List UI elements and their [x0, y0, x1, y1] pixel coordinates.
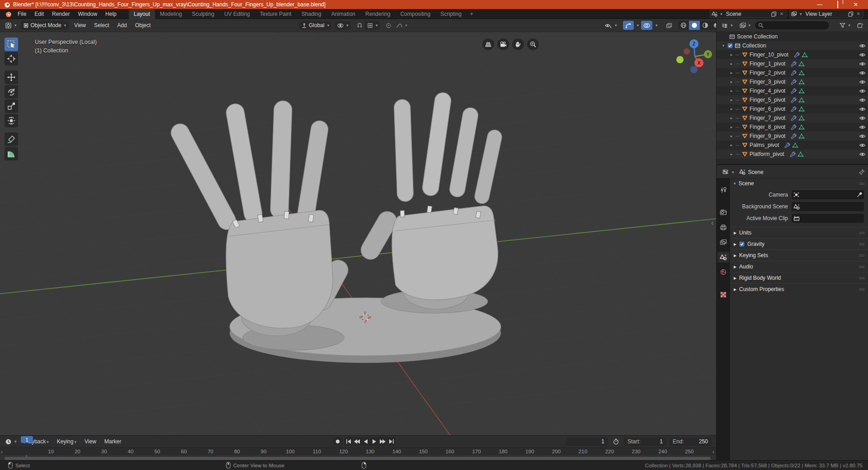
scale-tool[interactable] — [5, 99, 18, 113]
select-box-tool[interactable] — [5, 38, 18, 51]
minimize-button[interactable]: — — [816, 1, 823, 8]
active-movie-clip-field[interactable] — [792, 214, 864, 223]
tab-scripting[interactable]: Scripting — [435, 9, 467, 19]
pivot-point-selector[interactable]: ▾ — [335, 21, 351, 30]
measure-tool[interactable] — [5, 147, 18, 160]
play-reverse-button[interactable] — [361, 437, 370, 446]
play-button[interactable] — [370, 437, 378, 446]
overlays-dropdown[interactable]: ▾ — [652, 21, 660, 30]
outliner-filter-button[interactable]: ▾ — [837, 21, 853, 30]
timeline-scrollbar[interactable] — [5, 457, 711, 460]
eye-icon[interactable] — [859, 134, 866, 139]
scene-name[interactable]: Scene — [724, 11, 769, 17]
current-frame-field[interactable]: 1 — [566, 437, 608, 446]
pan-view-icon[interactable] — [512, 38, 524, 50]
snap-target-selector[interactable]: ▾ — [365, 21, 380, 30]
start-frame-field[interactable]: Start: 1 — [624, 437, 666, 446]
outliner-object-row[interactable]: ▸ Finger_4_pivot — [717, 86, 868, 95]
outliner-object-row[interactable]: ▸ Finger_7_pivot — [717, 113, 868, 122]
rigid-body-world-panel-header[interactable]: ▸Rigid Body World — [730, 272, 868, 283]
scene-panel-header[interactable]: ▾ Scene — [730, 178, 868, 189]
blender-menu-logo-icon[interactable] — [5, 10, 12, 18]
properties-editor-type-button[interactable]: ▾ — [720, 168, 736, 177]
menu-file[interactable]: File — [14, 9, 30, 19]
panel-drag-handle[interactable] — [859, 183, 865, 185]
menu-view[interactable]: View — [71, 21, 89, 30]
view-layer-selector[interactable]: ▾ View Layer ✕ — [789, 9, 863, 18]
gravity-panel-header[interactable]: ▸ Gravity — [730, 238, 868, 249]
outliner-object-row[interactable]: ▸ Finger_2_pivot — [717, 68, 868, 77]
outliner-search-input[interactable] — [755, 21, 829, 29]
annotate-tool[interactable] — [5, 132, 18, 146]
eye-icon[interactable] — [859, 143, 866, 148]
shading-material-button[interactable] — [700, 21, 711, 30]
add-workspace-button[interactable]: + — [467, 9, 477, 19]
tab-scene[interactable] — [717, 252, 729, 263]
outliner-object-row[interactable]: ▸ Finger_5_pivot — [717, 95, 868, 104]
new-scene-icon[interactable] — [771, 11, 777, 17]
tab-sculpting[interactable]: Sculpting — [187, 9, 219, 19]
record-button[interactable] — [333, 437, 342, 446]
eye-icon[interactable] — [859, 116, 866, 121]
rotate-tool[interactable] — [5, 85, 18, 99]
outliner-display-mode-button[interactable]: ▾ — [737, 21, 753, 30]
outliner-object-row[interactable]: ▸ Finger_3_pivot — [717, 77, 868, 86]
playhead[interactable]: 1 — [21, 436, 33, 443]
tab-texture-paint[interactable]: Texture Paint — [255, 9, 297, 19]
move-tool[interactable] — [5, 70, 18, 84]
zoom-view-icon[interactable] — [527, 38, 539, 50]
eye-icon[interactable] — [859, 80, 866, 85]
scene-collection-row[interactable]: Scene Collection — [717, 32, 868, 41]
collection-row[interactable]: ▾ Collection — [717, 41, 868, 50]
menu-marker[interactable]: Marker — [101, 437, 124, 446]
menu-keying[interactable]: Keying▾ — [54, 437, 80, 446]
prev-keyframe-button[interactable] — [353, 437, 361, 446]
timeline-ruler[interactable]: 1020304050607080901001101201301401501601… — [0, 447, 716, 456]
shading-wireframe-button[interactable] — [678, 21, 689, 30]
next-keyframe-button[interactable] — [378, 437, 387, 446]
tab-compositing[interactable]: Compositing — [395, 9, 435, 19]
shading-solid-button[interactable] — [689, 21, 700, 30]
tab-uv-editing[interactable]: UV Editing — [219, 9, 255, 19]
close-button[interactable]: ✕ — [853, 1, 859, 8]
tab-modeling[interactable]: Modeling — [155, 9, 187, 19]
outliner-editor-type-button[interactable]: ▾ — [719, 21, 735, 30]
outliner-object-row[interactable]: ▸ Finger_9_pivot — [717, 132, 868, 141]
unlink-scene-icon[interactable]: ✕ — [778, 11, 785, 16]
eye-icon[interactable] — [859, 61, 866, 66]
cursor-tool[interactable] — [5, 52, 18, 66]
outliner-object-row[interactable]: ▸ Finger_6_pivot — [717, 104, 868, 113]
mode-selector[interactable]: Object Mode▾ — [21, 21, 70, 30]
units-panel-header[interactable]: ▸Units — [730, 227, 868, 238]
tab-layout[interactable]: Layout — [129, 9, 155, 19]
outliner-object-row[interactable]: ▸ Finger_10_pivot — [717, 50, 868, 59]
eye-icon[interactable] — [859, 43, 866, 48]
toggle-perspective-icon[interactable] — [482, 38, 494, 50]
outliner-object-row[interactable]: ▸ Palms_pivot — [717, 141, 868, 150]
editor-type-button[interactable]: ▾ — [3, 21, 19, 30]
menu-window[interactable]: Window — [74, 9, 101, 19]
timeline-collapse-toggle[interactable]: ‹ — [712, 449, 714, 455]
tab-rendering[interactable]: Rendering — [360, 9, 395, 19]
menu-tl-view[interactable]: View — [81, 437, 99, 446]
eye-icon[interactable] — [859, 98, 866, 103]
outliner-object-row[interactable]: ▸ Platform_pivot — [717, 150, 868, 159]
menu-edit[interactable]: Edit — [30, 9, 48, 19]
end-frame-field[interactable]: End: 250 — [669, 437, 712, 446]
background-scene-field[interactable] — [792, 202, 864, 211]
menu-select[interactable]: Select — [91, 21, 112, 30]
new-view-layer-icon[interactable] — [848, 11, 854, 17]
proportional-editing-toggle[interactable] — [383, 21, 394, 30]
gizmos-dropdown[interactable]: ▾ — [634, 21, 642, 30]
proportional-falloff-selector[interactable]: ▾ — [394, 21, 410, 30]
collection-checkbox[interactable] — [727, 43, 733, 48]
gravity-checkbox[interactable] — [739, 241, 745, 247]
use-preview-range-button[interactable] — [611, 437, 621, 446]
pin-icon[interactable] — [859, 169, 865, 175]
eye-icon[interactable] — [859, 70, 866, 75]
eye-icon[interactable] — [859, 125, 866, 130]
camera-field[interactable] — [792, 190, 864, 199]
menu-render[interactable]: Render — [48, 9, 74, 19]
gizmos-toggle[interactable] — [623, 21, 634, 30]
remove-view-layer-icon[interactable]: ✕ — [855, 11, 862, 16]
